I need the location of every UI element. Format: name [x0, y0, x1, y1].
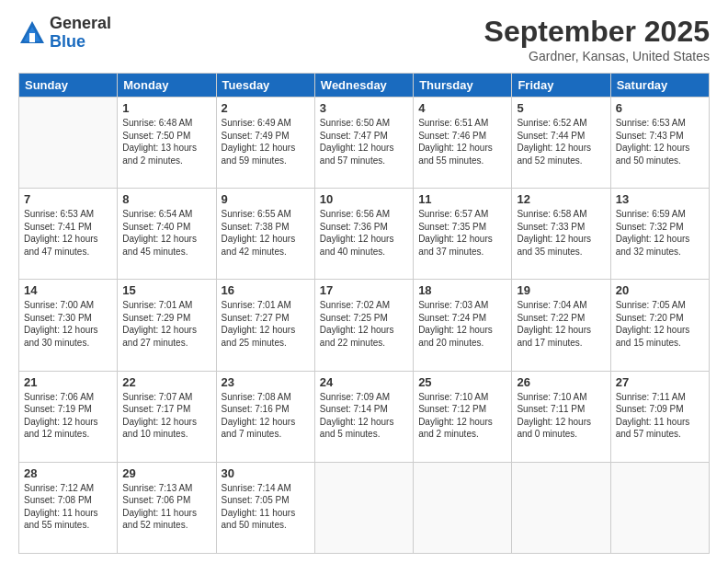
day-number: 21 — [24, 375, 112, 389]
logo-general: General — [50, 15, 111, 33]
day-info: Sunrise: 7:05 AM Sunset: 7:20 PM Dayligh… — [616, 299, 704, 349]
day-info: Sunrise: 7:00 AM Sunset: 7:30 PM Dayligh… — [24, 299, 112, 349]
day-of-week-sunday: Sunday — [19, 74, 118, 98]
day-number: 17 — [320, 283, 408, 297]
day-info: Sunrise: 7:11 AM Sunset: 7:09 PM Dayligh… — [616, 391, 704, 441]
day-number: 16 — [222, 283, 310, 297]
day-info: Sunrise: 6:55 AM Sunset: 7:38 PM Dayligh… — [222, 208, 310, 258]
day-number: 22 — [122, 375, 210, 389]
day-number: 3 — [320, 101, 408, 115]
calendar-cell: 18Sunrise: 7:03 AM Sunset: 7:24 PM Dayli… — [414, 280, 512, 371]
day-number: 20 — [616, 283, 704, 297]
day-of-week-monday: Monday — [118, 74, 216, 98]
day-of-week-thursday: Thursday — [414, 74, 512, 98]
day-number: 15 — [122, 283, 210, 297]
calendar-cell: 19Sunrise: 7:04 AM Sunset: 7:22 PM Dayli… — [512, 280, 610, 371]
week-row-3: 14Sunrise: 7:00 AM Sunset: 7:30 PM Dayli… — [19, 280, 710, 371]
calendar-cell: 29Sunrise: 7:13 AM Sunset: 7:06 PM Dayli… — [118, 462, 216, 553]
calendar-cell: 2Sunrise: 6:49 AM Sunset: 7:49 PM Daylig… — [216, 98, 314, 189]
calendar-cell: 3Sunrise: 6:50 AM Sunset: 7:47 PM Daylig… — [314, 98, 413, 189]
day-info: Sunrise: 7:12 AM Sunset: 7:08 PM Dayligh… — [24, 482, 112, 532]
day-info: Sunrise: 6:53 AM Sunset: 7:43 PM Dayligh… — [616, 117, 704, 167]
logo-icon — [18, 19, 46, 47]
calendar-cell: 21Sunrise: 7:06 AM Sunset: 7:19 PM Dayli… — [19, 371, 118, 462]
month-title: September 2025 — [484, 15, 710, 49]
day-info: Sunrise: 6:53 AM Sunset: 7:41 PM Dayligh… — [24, 208, 112, 258]
day-number: 18 — [418, 283, 506, 297]
calendar-cell: 30Sunrise: 7:14 AM Sunset: 7:05 PM Dayli… — [216, 462, 314, 553]
calendar-cell: 12Sunrise: 6:58 AM Sunset: 7:33 PM Dayli… — [512, 189, 610, 280]
day-of-week-tuesday: Tuesday — [216, 74, 314, 98]
day-info: Sunrise: 7:10 AM Sunset: 7:11 PM Dayligh… — [517, 391, 605, 441]
day-info: Sunrise: 6:51 AM Sunset: 7:46 PM Dayligh… — [418, 117, 506, 167]
day-of-week-friday: Friday — [512, 74, 610, 98]
week-row-4: 21Sunrise: 7:06 AM Sunset: 7:19 PM Dayli… — [19, 371, 710, 462]
day-info: Sunrise: 7:10 AM Sunset: 7:12 PM Dayligh… — [418, 391, 506, 441]
calendar-cell: 24Sunrise: 7:09 AM Sunset: 7:14 PM Dayli… — [314, 371, 413, 462]
day-number: 27 — [616, 375, 704, 389]
calendar: SundayMondayTuesdayWednesdayThursdayFrid… — [18, 73, 710, 554]
calendar-cell — [414, 462, 512, 553]
day-info: Sunrise: 6:56 AM Sunset: 7:36 PM Dayligh… — [320, 208, 408, 258]
day-number: 14 — [24, 283, 112, 297]
day-number: 29 — [122, 466, 210, 480]
calendar-cell: 15Sunrise: 7:01 AM Sunset: 7:29 PM Dayli… — [118, 280, 216, 371]
day-info: Sunrise: 7:07 AM Sunset: 7:17 PM Dayligh… — [122, 391, 210, 441]
day-number: 10 — [320, 192, 408, 206]
calendar-cell: 17Sunrise: 7:02 AM Sunset: 7:25 PM Dayli… — [314, 280, 413, 371]
calendar-cell — [19, 98, 118, 189]
calendar-cell: 14Sunrise: 7:00 AM Sunset: 7:30 PM Dayli… — [19, 280, 118, 371]
day-info: Sunrise: 7:04 AM Sunset: 7:22 PM Dayligh… — [517, 299, 605, 349]
day-info: Sunrise: 7:06 AM Sunset: 7:19 PM Dayligh… — [24, 391, 112, 441]
calendar-cell: 5Sunrise: 6:52 AM Sunset: 7:44 PM Daylig… — [512, 98, 610, 189]
day-info: Sunrise: 6:57 AM Sunset: 7:35 PM Dayligh… — [418, 208, 506, 258]
calendar-cell: 8Sunrise: 6:54 AM Sunset: 7:40 PM Daylig… — [118, 189, 216, 280]
day-number: 1 — [122, 101, 210, 115]
day-number: 25 — [418, 375, 506, 389]
calendar-cell: 22Sunrise: 7:07 AM Sunset: 7:17 PM Dayli… — [118, 371, 216, 462]
calendar-cell: 10Sunrise: 6:56 AM Sunset: 7:36 PM Dayli… — [314, 189, 413, 280]
calendar-cell: 11Sunrise: 6:57 AM Sunset: 7:35 PM Dayli… — [414, 189, 512, 280]
day-number: 7 — [24, 192, 112, 206]
day-of-week-saturday: Saturday — [610, 74, 709, 98]
day-info: Sunrise: 7:01 AM Sunset: 7:29 PM Dayligh… — [122, 299, 210, 349]
day-info: Sunrise: 7:09 AM Sunset: 7:14 PM Dayligh… — [320, 391, 408, 441]
calendar-cell: 6Sunrise: 6:53 AM Sunset: 7:43 PM Daylig… — [610, 98, 709, 189]
day-info: Sunrise: 7:03 AM Sunset: 7:24 PM Dayligh… — [418, 299, 506, 349]
day-info: Sunrise: 6:50 AM Sunset: 7:47 PM Dayligh… — [320, 117, 408, 167]
day-number: 30 — [222, 466, 310, 480]
calendar-cell: 20Sunrise: 7:05 AM Sunset: 7:20 PM Dayli… — [610, 280, 709, 371]
day-number: 12 — [517, 192, 605, 206]
day-number: 24 — [320, 375, 408, 389]
calendar-cell: 26Sunrise: 7:10 AM Sunset: 7:11 PM Dayli… — [512, 371, 610, 462]
day-number: 2 — [222, 101, 310, 115]
day-number: 9 — [222, 192, 310, 206]
week-row-5: 28Sunrise: 7:12 AM Sunset: 7:08 PM Dayli… — [19, 462, 710, 553]
calendar-cell: 28Sunrise: 7:12 AM Sunset: 7:08 PM Dayli… — [19, 462, 118, 553]
title-block: September 2025 Gardner, Kansas, United S… — [484, 15, 710, 63]
calendar-cell: 16Sunrise: 7:01 AM Sunset: 7:27 PM Dayli… — [216, 280, 314, 371]
week-row-1: 1Sunrise: 6:48 AM Sunset: 7:50 PM Daylig… — [19, 98, 710, 189]
day-number: 23 — [222, 375, 310, 389]
day-info: Sunrise: 6:49 AM Sunset: 7:49 PM Dayligh… — [222, 117, 310, 167]
calendar-header: SundayMondayTuesdayWednesdayThursdayFrid… — [19, 74, 710, 98]
calendar-cell: 4Sunrise: 6:51 AM Sunset: 7:46 PM Daylig… — [414, 98, 512, 189]
day-info: Sunrise: 7:08 AM Sunset: 7:16 PM Dayligh… — [222, 391, 310, 441]
svg-rect-2 — [29, 33, 35, 42]
calendar-cell: 23Sunrise: 7:08 AM Sunset: 7:16 PM Dayli… — [216, 371, 314, 462]
day-info: Sunrise: 7:13 AM Sunset: 7:06 PM Dayligh… — [122, 482, 210, 532]
calendar-cell: 25Sunrise: 7:10 AM Sunset: 7:12 PM Dayli… — [414, 371, 512, 462]
logo-text: General Blue — [50, 15, 111, 52]
day-number: 6 — [616, 101, 704, 115]
calendar-cell — [610, 462, 709, 553]
day-number: 5 — [517, 101, 605, 115]
day-info: Sunrise: 6:54 AM Sunset: 7:40 PM Dayligh… — [122, 208, 210, 258]
calendar-body: 1Sunrise: 6:48 AM Sunset: 7:50 PM Daylig… — [19, 98, 710, 554]
day-info: Sunrise: 7:02 AM Sunset: 7:25 PM Dayligh… — [320, 299, 408, 349]
day-info: Sunrise: 6:59 AM Sunset: 7:32 PM Dayligh… — [616, 208, 704, 258]
calendar-cell: 13Sunrise: 6:59 AM Sunset: 7:32 PM Dayli… — [610, 189, 709, 280]
calendar-cell: 7Sunrise: 6:53 AM Sunset: 7:41 PM Daylig… — [19, 189, 118, 280]
day-number: 28 — [24, 466, 112, 480]
calendar-cell: 27Sunrise: 7:11 AM Sunset: 7:09 PM Dayli… — [610, 371, 709, 462]
day-of-week-wednesday: Wednesday — [314, 74, 413, 98]
